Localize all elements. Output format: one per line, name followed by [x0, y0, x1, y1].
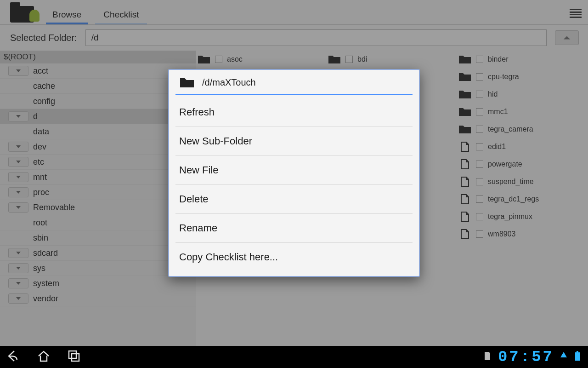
- menu-item-copy-checklist-here[interactable]: Copy Checklist here...: [175, 243, 413, 271]
- back-button[interactable]: [6, 349, 20, 365]
- system-nav-bar: 07:57: [0, 346, 588, 368]
- menu-item-refresh[interactable]: Refresh: [175, 98, 413, 127]
- menu-item-delete[interactable]: Delete: [175, 185, 413, 214]
- menu-item-new-file[interactable]: New File: [175, 156, 413, 185]
- dialog-title: /d/maXTouch: [202, 77, 256, 88]
- recent-apps-button[interactable]: [67, 349, 81, 365]
- context-menu-dialog: /d/maXTouch RefreshNew Sub-FolderNew Fil…: [168, 69, 420, 277]
- svg-rect-3: [577, 351, 578, 352]
- sd-card-icon: [482, 351, 492, 363]
- svg-rect-1: [72, 354, 79, 361]
- svg-rect-0: [69, 351, 76, 358]
- status-clock: 07:57: [498, 348, 554, 366]
- svg-rect-2: [575, 352, 580, 361]
- home-button[interactable]: [37, 349, 51, 365]
- wifi-icon: [560, 351, 568, 363]
- menu-item-new-sub-folder[interactable]: New Sub-Folder: [175, 127, 413, 156]
- menu-item-rename[interactable]: Rename: [175, 214, 413, 243]
- battery-icon: [573, 351, 582, 363]
- folder-icon: [179, 76, 195, 88]
